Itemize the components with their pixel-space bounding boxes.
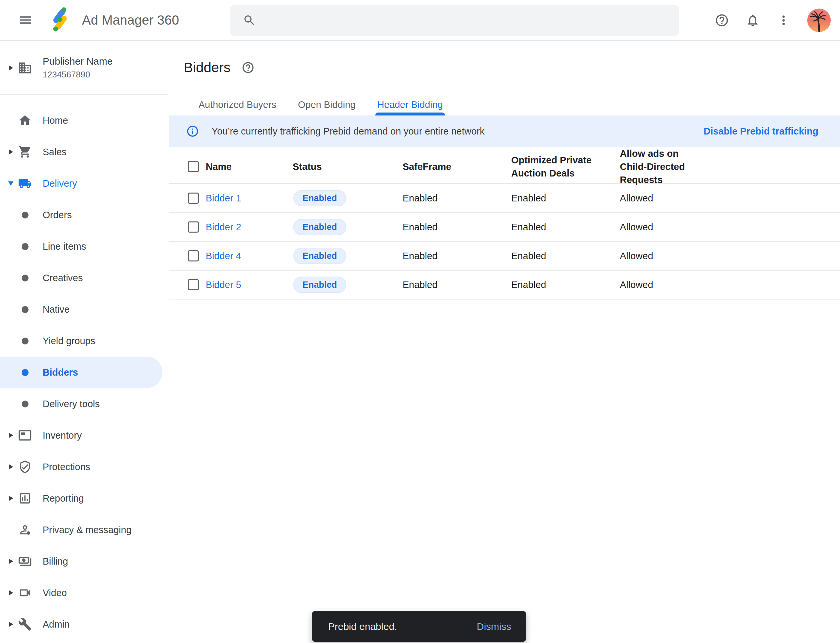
help-icon[interactable] <box>715 13 729 28</box>
table-header-row: Name Status SafeFrame Optimized Private … <box>169 147 840 184</box>
toast-message: Prebid enabled. <box>328 621 397 632</box>
sidebar-item-yield-groups[interactable]: Yield groups <box>0 325 168 357</box>
column-header-safeframe: SafeFrame <box>403 160 511 173</box>
toast: Prebid enabled. Dismiss <box>312 611 526 642</box>
expand-right-icon <box>9 149 13 155</box>
publisher-switcher[interactable]: Publisher Name 1234567890 <box>0 41 168 95</box>
sidebar-item-label: Home <box>42 115 68 126</box>
sidebar-item-label: Billing <box>42 556 68 567</box>
sidebar-item-label: Orders <box>42 210 72 220</box>
column-header-status: Status <box>293 160 403 173</box>
row-checkbox[interactable] <box>188 193 199 204</box>
sidebar-item-label: Line items <box>42 241 86 252</box>
tab-open-bidding[interactable]: Open Bidding <box>298 94 356 116</box>
search-bar[interactable] <box>230 5 679 36</box>
table-row: Bidder 1EnabledEnabledEnabledAllowed <box>169 184 840 213</box>
bullet-icon <box>22 243 29 250</box>
avatar[interactable] <box>807 8 831 32</box>
bullet-icon <box>22 369 29 376</box>
table-row: Bidder 2EnabledEnabledEnabledAllowed <box>169 213 840 242</box>
info-icon <box>186 125 199 138</box>
sidebar-nav: HomeSalesDeliveryOrdersLine itemsCreativ… <box>0 95 168 640</box>
bell-icon[interactable] <box>745 13 760 28</box>
table-row: Bidder 5EnabledEnabledEnabledAllowed <box>169 271 840 300</box>
column-header-private-auction: Optimized Private Auction Deals <box>511 153 593 180</box>
disable-prebid-button[interactable]: Disable Prebid trafficking <box>703 126 818 137</box>
admin-icon <box>18 617 32 631</box>
cart-icon <box>18 145 32 159</box>
select-all-checkbox[interactable] <box>188 161 199 172</box>
page-help-icon[interactable] <box>242 61 255 74</box>
bullet-icon <box>22 401 29 408</box>
home-icon <box>18 114 32 127</box>
safeframe-cell: Enabled <box>403 222 511 233</box>
table-row: Bidder 4EnabledEnabledEnabledAllowed <box>169 242 840 271</box>
search-input[interactable] <box>266 15 679 26</box>
expand-right-icon <box>9 622 13 627</box>
sidebar-item-inventory[interactable]: Inventory <box>0 419 168 451</box>
sidebar-item-label: Delivery <box>42 178 77 189</box>
building-icon <box>18 61 32 75</box>
row-checkbox[interactable] <box>188 222 199 233</box>
tab-bar: Authorized BuyersOpen BiddingHeader Bidd… <box>169 94 840 116</box>
expand-right-icon <box>9 464 13 470</box>
page-title: Bidders <box>184 60 230 75</box>
bidder-link[interactable]: Bidder 1 <box>206 193 241 203</box>
video-icon <box>18 586 32 600</box>
tab-header-bidding[interactable]: Header Bidding <box>378 94 443 116</box>
sidebar-item-label: Admin <box>42 619 70 630</box>
row-checkbox[interactable] <box>188 279 199 290</box>
sidebar-item-line-items[interactable]: Line items <box>0 231 168 262</box>
child-directed-cell: Allowed <box>620 251 840 261</box>
menu-icon[interactable] <box>18 13 33 27</box>
sidebar: Publisher Name 1234567890 HomeSalesDeliv… <box>0 41 168 643</box>
billing-icon <box>18 555 32 568</box>
publisher-id: 1234567890 <box>42 70 113 80</box>
private-auction-cell: Enabled <box>511 222 620 233</box>
private-auction-cell: Enabled <box>511 279 620 290</box>
sidebar-item-creatives[interactable]: Creatives <box>0 262 168 294</box>
status-badge: Enabled <box>293 190 346 206</box>
status-badge: Enabled <box>293 248 346 264</box>
sidebar-item-label: Creatives <box>42 273 83 284</box>
sidebar-item-billing[interactable]: Billing <box>0 545 168 577</box>
expand-right-icon <box>9 496 13 501</box>
sidebar-item-orders[interactable]: Orders <box>0 199 168 231</box>
column-header-child-directed: Allow ads on Child-Directed Requests <box>620 147 702 186</box>
sidebar-item-sales[interactable]: Sales <box>0 136 168 168</box>
sidebar-item-label: Delivery tools <box>42 398 100 410</box>
child-directed-cell: Allowed <box>620 193 840 204</box>
bullet-icon <box>22 274 29 281</box>
sidebar-item-reporting[interactable]: Reporting <box>0 483 168 514</box>
sidebar-item-label: Video <box>42 588 67 598</box>
safeframe-cell: Enabled <box>403 279 511 290</box>
prebid-banner: You’re currently trafficking Prebid dema… <box>169 116 840 147</box>
sidebar-item-native[interactable]: Native <box>0 294 168 325</box>
expand-right-icon <box>9 590 13 596</box>
status-badge: Enabled <box>293 277 346 293</box>
bidder-link[interactable]: Bidder 4 <box>206 251 241 261</box>
sidebar-item-label: Native <box>42 304 70 315</box>
sidebar-item-home[interactable]: Home <box>0 104 168 136</box>
toast-dismiss-button[interactable]: Dismiss <box>477 621 511 632</box>
kebab-menu-icon[interactable] <box>776 13 791 28</box>
row-checkbox[interactable] <box>188 250 199 261</box>
sidebar-item-bidders[interactable]: Bidders <box>0 357 162 388</box>
sidebar-item-admin[interactable]: Admin <box>0 609 168 640</box>
bidder-link[interactable]: Bidder 5 <box>206 279 241 290</box>
topbar: Ad Manager 360 <box>0 0 840 41</box>
sidebar-item-label: Privacy & messaging <box>42 525 132 535</box>
sidebar-item-delivery[interactable]: Delivery <box>0 168 168 199</box>
sidebar-item-protections[interactable]: Protections <box>0 451 168 483</box>
shield-icon <box>18 460 32 474</box>
sidebar-item-privacy-messaging[interactable]: Privacy & messaging <box>0 514 168 545</box>
safeframe-cell: Enabled <box>403 193 511 204</box>
sidebar-item-label: Protections <box>42 462 90 472</box>
main-content: Bidders Authorized BuyersOpen BiddingHea… <box>169 41 840 643</box>
bidder-link[interactable]: Bidder 2 <box>206 222 241 232</box>
bidders-table: Name Status SafeFrame Optimized Private … <box>169 147 840 300</box>
status-badge: Enabled <box>293 219 346 235</box>
sidebar-item-video[interactable]: Video <box>0 577 168 609</box>
tab-authorized-buyers[interactable]: Authorized Buyers <box>199 94 276 116</box>
sidebar-item-delivery-tools[interactable]: Delivery tools <box>0 388 168 419</box>
